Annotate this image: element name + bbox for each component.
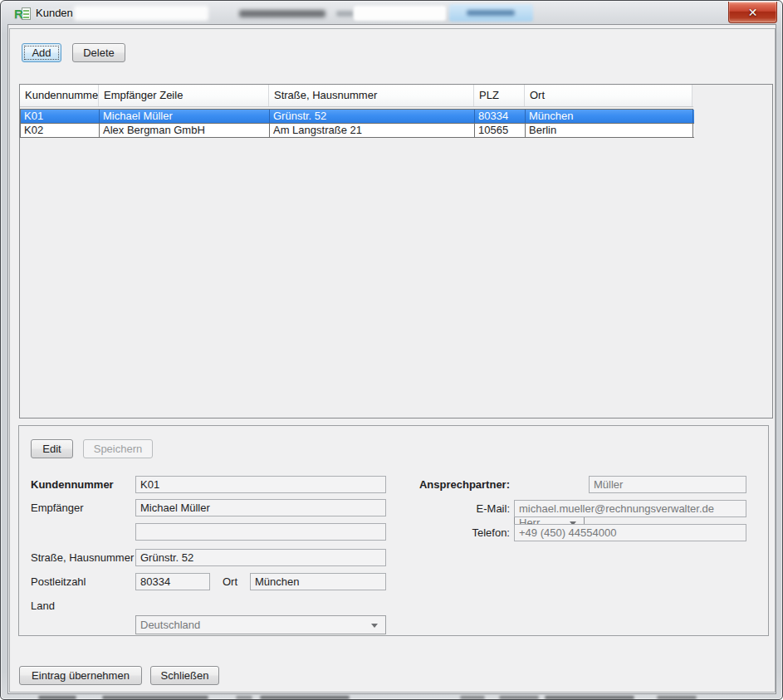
kundennummer-field[interactable] (135, 476, 386, 493)
edit-button-label: Edit (42, 443, 61, 455)
app-logo-r: R (14, 6, 23, 22)
add-button[interactable]: Add (22, 43, 61, 62)
telefon-field[interactable] (514, 524, 746, 541)
kundennummer-label: Kundennummer (31, 476, 114, 493)
strasse-label: Straße, Hausnummer (31, 549, 134, 566)
cell-kundennummer: K01 (21, 110, 100, 123)
empfaenger-line2-field[interactable] (135, 523, 386, 541)
save-button: Speichern (83, 439, 153, 458)
background-window-artifact (38, 696, 76, 699)
background-window-artifact (236, 696, 252, 699)
background-window-artifact (657, 696, 697, 699)
telefon-label: Telefon: (374, 524, 510, 541)
background-window-artifact (260, 696, 350, 699)
cell-ort: Berlin (526, 124, 693, 137)
land-label: Land (31, 597, 55, 614)
strasse-field[interactable] (135, 549, 386, 566)
add-button-label: Add (32, 47, 51, 59)
ansprechpartner-name-field[interactable] (589, 476, 746, 493)
close-icon: ✕ (748, 7, 758, 18)
apply-entry-button[interactable]: Eintrag übernehmen (19, 666, 142, 685)
background-window-artifact (460, 696, 485, 699)
window-frame: R Kunden ✕ Add Delete Kundennummer Empfä… (0, 0, 783, 700)
table-row-k02[interactable]: K02 Alex Bergman GmbH Am Langstraße 21 1… (20, 124, 694, 138)
cell-plz: 80334 (475, 110, 526, 123)
column-header-strasse-hausnummer[interactable]: Straße, Hausnummer (269, 85, 474, 106)
app-icon: R (14, 6, 32, 22)
close-button[interactable]: ✕ (728, 2, 777, 23)
kunden-dialog: R Kunden ✕ Add Delete Kundennummer Empfä… (0, 0, 783, 700)
table-row-k01[interactable]: K01 Michael Müller Grünstr. 52 80334 Mün… (20, 110, 694, 124)
cell-strasse: Grünstr. 52 (270, 110, 475, 123)
empfaenger-label: Empfänger (31, 499, 84, 516)
customer-table-scrollpane[interactable]: Kundennummer Empfänger Zeile Straße, Hau… (19, 84, 773, 419)
background-window-artifact (336, 11, 354, 17)
close-dialog-button-label: Schließen (161, 669, 209, 682)
background-window-artifact (499, 696, 539, 699)
cell-kundennummer: K02 (21, 124, 100, 137)
delete-button-label: Delete (83, 47, 115, 59)
background-window-artifact (354, 6, 446, 21)
cell-ort: München (526, 110, 693, 123)
background-window-artifact (239, 10, 325, 17)
column-header-empfaenger-zeile[interactable]: Empfänger Zeile (99, 85, 269, 106)
ort-field[interactable] (250, 573, 386, 590)
background-window-artifact (467, 10, 515, 16)
table-body: K01 Michael Müller Grünstr. 52 80334 Mün… (20, 109, 693, 138)
column-header-plz[interactable]: PLZ (474, 85, 525, 106)
save-button-label: Speichern (94, 443, 143, 455)
cell-empfaenger: Michael Müller (100, 110, 270, 123)
empfaenger-field[interactable] (135, 499, 386, 516)
background-window-artifact (102, 696, 208, 699)
land-combobox-value: Deutschland (140, 619, 200, 631)
delete-button[interactable]: Delete (72, 43, 125, 62)
close-dialog-button[interactable]: Schließen (150, 666, 219, 685)
ort-label: Ort (223, 573, 237, 590)
postleitzahl-label: Postleitzahl (31, 573, 86, 590)
apply-entry-button-label: Eintrag übernehmen (32, 669, 130, 682)
chevron-down-icon (371, 624, 378, 628)
land-combobox[interactable]: Deutschland (135, 615, 386, 634)
table-header-row: Kundennummer Empfänger Zeile Straße, Hau… (20, 85, 693, 107)
titlebar[interactable]: R Kunden (2, 2, 783, 24)
cell-strasse: Am Langstraße 21 (270, 124, 475, 137)
column-header-ort[interactable]: Ort (525, 85, 692, 106)
ansprechpartner-label: Ansprechpartner: (374, 476, 510, 493)
cell-plz: 10565 (475, 124, 526, 137)
background-window-artifact (545, 696, 634, 699)
postleitzahl-field[interactable] (135, 573, 210, 590)
email-field[interactable] (514, 500, 746, 517)
cell-empfaenger: Alex Bergman GmbH (100, 124, 270, 137)
background-window-artifact (74, 6, 208, 21)
window-title: Kunden (36, 7, 73, 19)
edit-button[interactable]: Edit (31, 439, 73, 458)
email-label: E-Mail: (374, 500, 510, 517)
column-header-kundennummer[interactable]: Kundennummer (20, 85, 99, 106)
